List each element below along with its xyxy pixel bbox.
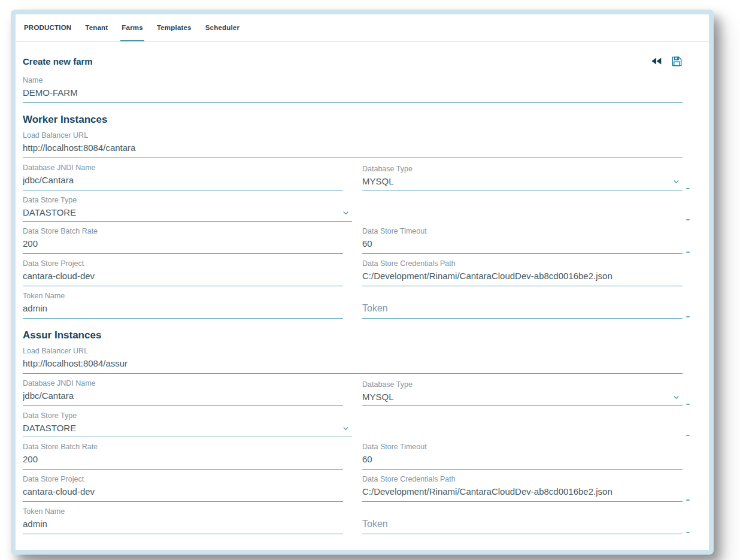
tab-bar: PRODUCTION Tenant Farms Templates Schedu…: [16, 14, 709, 42]
token-field: [362, 507, 683, 534]
data-store-batch-rate-input[interactable]: [23, 453, 343, 470]
field-label: Database JNDI Name: [23, 164, 343, 172]
data-store-batch-rate-field: Data Store Batch Rate: [23, 227, 343, 254]
field-label: Data Store Project: [23, 475, 343, 483]
select-value: DATASTORE: [23, 422, 76, 434]
tab-scheduler[interactable]: Scheduler: [204, 14, 241, 41]
row-edge-tick: [686, 532, 690, 533]
fast-rewind-icon: [650, 55, 663, 68]
tab-farms[interactable]: Farms: [120, 14, 144, 41]
field-label: Load Balancer URL: [23, 131, 683, 140]
data-store-timeout-input[interactable]: [362, 238, 683, 254]
row-edge-tick: [686, 316, 690, 317]
load-balancer-url-field: Load Balancer URL: [23, 131, 683, 158]
row-edge-tick: [686, 500, 690, 501]
section-title: Worker Instances: [23, 114, 683, 126]
field-label: Token Name: [23, 292, 343, 300]
chevron-down-icon: [671, 392, 681, 402]
field-label: Data Store Project: [23, 259, 343, 268]
data-store-project-input[interactable]: [23, 486, 343, 502]
save-icon: [671, 56, 683, 67]
data-store-timeout-field: Data Store Timeout: [362, 227, 683, 254]
data-store-project-input[interactable]: [23, 270, 343, 286]
back-button[interactable]: [650, 55, 663, 68]
field-label: Data Store Credentials Path: [362, 475, 683, 483]
chevron-down-icon: [341, 208, 351, 218]
load-balancer-url-input[interactable]: [23, 358, 683, 374]
page-title: Create new farm: [23, 56, 93, 66]
token-field: [362, 292, 683, 319]
field-label: Name: [23, 76, 683, 84]
data-store-batch-rate-field: Data Store Batch Rate: [23, 443, 343, 470]
data-store-project-field: Data Store Project: [23, 475, 343, 502]
select-value: MYSQL: [362, 391, 394, 403]
field-label: Database Type: [362, 165, 683, 173]
row-edge-tick: [686, 188, 690, 189]
data-store-timeout-input[interactable]: [362, 453, 683, 470]
database-type-field: Database Type MYSQL: [362, 164, 683, 190]
database-type-select[interactable]: MYSQL: [362, 175, 683, 190]
data-store-type-select[interactable]: DATASTORE: [23, 207, 352, 222]
database-jndi-name-input[interactable]: [23, 390, 343, 406]
row-edge-tick: [686, 219, 690, 220]
field-label: Data Store Batch Rate: [23, 227, 343, 235]
field-label: Load Balancer URL: [23, 347, 683, 355]
field-label: Data Store Type: [23, 411, 352, 420]
row-edge-tick: [686, 435, 690, 436]
field-label: Data Store Timeout: [362, 443, 683, 451]
data-store-timeout-field: Data Store Timeout: [362, 443, 683, 470]
database-type-select[interactable]: MYSQL: [362, 391, 683, 406]
save-button[interactable]: [671, 56, 683, 67]
section-assur-instances: Assur Instances Load Balancer URL Databa…: [23, 329, 683, 534]
main-card: PRODUCTION Tenant Farms Templates Schedu…: [11, 10, 714, 555]
section-title: Assur Instances: [23, 329, 683, 341]
token-input[interactable]: [362, 518, 683, 534]
token-input[interactable]: [362, 302, 683, 319]
row-edge-tick: [686, 252, 690, 253]
tab-templates[interactable]: Templates: [156, 14, 193, 41]
database-jndi-name-field: Database JNDI Name: [23, 379, 343, 406]
tab-production[interactable]: PRODUCTION: [23, 14, 72, 41]
load-balancer-url-field: Load Balancer URL: [23, 347, 683, 374]
data-store-batch-rate-input[interactable]: [23, 238, 343, 254]
token-name-field: Token Name: [23, 507, 343, 534]
field-label: Database JNDI Name: [23, 379, 343, 388]
select-value: MYSQL: [362, 175, 394, 187]
field-label: Data Store Batch Rate: [23, 443, 343, 451]
data-store-type-field: Data Store Type DATASTORE: [23, 196, 352, 222]
token-name-input[interactable]: [23, 302, 343, 319]
database-type-field: Database Type MYSQL: [362, 379, 683, 406]
token-name-input[interactable]: [23, 518, 343, 534]
field-label: Data Store Credentials Path: [362, 259, 683, 268]
content-header: Create new farm: [23, 54, 683, 68]
name-field: Name: [23, 76, 683, 103]
name-input[interactable]: [23, 87, 683, 103]
field-label: Token Name: [23, 507, 343, 516]
data-store-credentials-path-input[interactable]: [362, 270, 683, 286]
data-store-credentials-path-field: Data Store Credentials Path: [362, 259, 683, 286]
data-store-type-field: Data Store Type DATASTORE: [23, 411, 352, 437]
row-edge-tick: [686, 404, 690, 405]
field-label: Data Store Timeout: [362, 227, 683, 235]
form-content: Create new farm: [16, 54, 709, 550]
field-label: Data Store Type: [23, 196, 352, 204]
tab-tenant[interactable]: Tenant: [84, 14, 109, 41]
field-label: Database Type: [362, 380, 683, 389]
data-store-credentials-path-input[interactable]: [362, 486, 683, 502]
data-store-project-field: Data Store Project: [23, 259, 343, 286]
data-store-type-select[interactable]: DATASTORE: [23, 422, 352, 437]
database-jndi-name-field: Database JNDI Name: [23, 164, 343, 190]
chevron-down-icon: [341, 423, 351, 434]
select-value: DATASTORE: [23, 207, 76, 219]
header-actions: [650, 55, 683, 68]
database-jndi-name-input[interactable]: [23, 174, 343, 190]
load-balancer-url-input[interactable]: [23, 142, 683, 158]
section-worker-instances: Worker Instances Load Balancer URL Datab…: [23, 114, 683, 319]
chevron-down-icon: [671, 177, 681, 187]
token-name-field: Token Name: [23, 292, 343, 319]
data-store-credentials-path-field: Data Store Credentials Path: [362, 475, 683, 502]
